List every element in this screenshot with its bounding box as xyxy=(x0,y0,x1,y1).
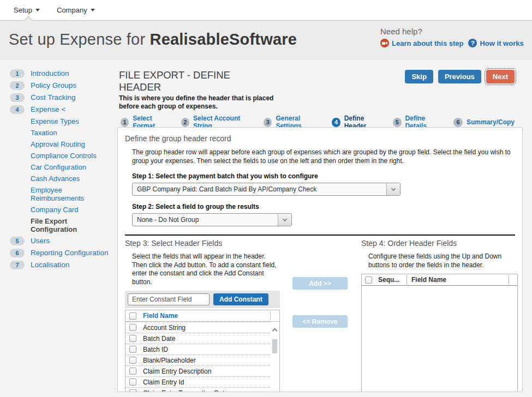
field-name: Claim Entry Description xyxy=(143,368,211,375)
sidebar-item-cost-tracking[interactable]: 3 Cost Tracking xyxy=(10,93,117,102)
row-checkbox[interactable] xyxy=(129,378,136,386)
row-checkbox[interactable] xyxy=(129,389,136,392)
group-field-select[interactable]: None - Do Not Group xyxy=(132,213,292,226)
list-item-claim-entry-transaction-date[interactable]: Claim Entry Transaction Date xyxy=(125,387,271,392)
sidebar-subitem-file-export-configuration[interactable]: File Export Configuration xyxy=(31,217,112,233)
payment-batch-selected-value: GBP Company Paid: Card Batch Paid By AP/… xyxy=(137,185,316,193)
sidebar-item-label: Introduction xyxy=(31,69,69,78)
step4-description: Configure these fields using the Up and … xyxy=(368,252,522,269)
list-item-account-string[interactable]: Account String xyxy=(125,322,271,333)
sidebar-subitem-company-card[interactable]: Company Card xyxy=(31,206,112,214)
row-checkbox[interactable] xyxy=(129,346,136,353)
sidebar-item-label: Expense < xyxy=(31,105,65,114)
row-checkbox[interactable] xyxy=(129,368,136,375)
wizard-step-summary-copy[interactable]: 6 Summary/Copy xyxy=(453,118,515,127)
sidebar-subitem-employee-reimbursements[interactable]: Employee Reimbursements xyxy=(31,186,112,202)
page-title: Set up Expense for RealisableSoftware xyxy=(9,31,297,49)
add-fields-button[interactable]: Add >> xyxy=(292,277,348,290)
step1-label: Step 1: Select the payment batch that yo… xyxy=(132,172,515,180)
constant-field-bar: Add Constant xyxy=(125,291,280,308)
need-help-text: Need help? xyxy=(380,27,524,36)
menu-setup[interactable]: Setup xyxy=(14,6,40,14)
ordered-fields-table: Sequ... Field Name xyxy=(361,274,518,392)
sidebar-subitem-car-configuration[interactable]: Car Configuration xyxy=(31,163,112,171)
field-name: Batch Date xyxy=(143,335,175,342)
wizard-nav-buttons: Skip Previous Next xyxy=(405,70,515,83)
field-name: Blank/Placeholder xyxy=(143,357,196,364)
row-checkbox[interactable] xyxy=(129,324,136,331)
select-all-checkbox[interactable] xyxy=(129,312,136,320)
scrollbar-thumb[interactable] xyxy=(272,339,277,353)
list-scrollbar[interactable] xyxy=(271,322,279,392)
transfer-buttons: Add >> << Remove xyxy=(292,239,348,392)
list-item-batch-date[interactable]: Batch Date xyxy=(125,333,271,344)
how-link-label: How it works xyxy=(480,39,523,47)
skip-button[interactable]: Skip xyxy=(405,70,433,83)
step-number-badge: 4 xyxy=(10,105,25,114)
sidebar-item-reporting-configuration[interactable]: 6 Reporting Configuration xyxy=(10,249,117,257)
field-name-column-header: Field Name xyxy=(143,312,178,320)
step-number-badge: 3 xyxy=(10,93,25,102)
constant-field-input[interactable] xyxy=(128,293,210,305)
group-field-selected-value: None - Do Not Group xyxy=(137,216,199,224)
page-title-light: Set up Expense for xyxy=(9,31,150,48)
list-item-blank-placeholder[interactable]: Blank/Placeholder xyxy=(125,354,271,365)
step-label: Summary/Copy xyxy=(467,118,515,126)
step-number-badge: 6 xyxy=(10,249,25,257)
section-subtitle: This is where you define the header that… xyxy=(119,94,288,111)
sidebar-subitem-expense-types[interactable]: Expense Types xyxy=(31,117,112,125)
sidebar-subitem-taxation[interactable]: Taxation xyxy=(31,129,112,137)
step-circle: 2 xyxy=(181,118,189,127)
step3-description: Select the fields that will appear in th… xyxy=(132,252,280,286)
sidebar-item-label: Localisation xyxy=(31,261,69,269)
select-all-checkbox[interactable] xyxy=(365,276,372,284)
sidebar-subitem-cash-advances[interactable]: Cash Advances xyxy=(31,175,112,183)
step-circle: 5 xyxy=(393,118,401,127)
sidebar-item-label: Reporting Configuration xyxy=(31,249,109,257)
previous-button[interactable]: Previous xyxy=(438,70,481,83)
how-it-works-link[interactable]: ? How it works xyxy=(468,39,523,47)
payment-batch-select[interactable]: GBP Company Paid: Card Batch Paid By AP/… xyxy=(132,183,401,196)
field-name: Account String xyxy=(143,324,186,332)
list-item-claim-entry-description[interactable]: Claim Entry Description xyxy=(125,365,271,376)
step2-label: Step 2: Select a field to group the resu… xyxy=(132,203,515,210)
sidebar-subitem-approval-routing[interactable]: Approval Routing xyxy=(31,140,112,148)
field-name: Batch ID xyxy=(143,346,168,353)
field-name-column-header: Field Name xyxy=(407,276,509,284)
step-circle: 3 xyxy=(264,118,272,127)
panel-intro-text: The group header row will appear before … xyxy=(132,148,515,165)
field-name: Claim Entry Transaction Date xyxy=(143,389,228,393)
sidebar-subitem-compliance-controls[interactable]: Compliance Controls xyxy=(31,152,112,160)
field-name: Claim Entry Id xyxy=(143,378,184,386)
step-number-badge: 2 xyxy=(10,81,25,90)
list-item-batch-id[interactable]: Batch ID xyxy=(125,344,271,354)
remove-fields-button[interactable]: << Remove xyxy=(292,315,348,328)
row-checkbox[interactable] xyxy=(129,335,136,342)
learn-link-label: Learn about this step xyxy=(392,39,463,47)
sidebar-item-expense[interactable]: 4 Expense < xyxy=(10,105,117,114)
sidebar-item-policy-groups[interactable]: 2 Policy Groups xyxy=(10,81,117,90)
sidebar-item-label: Users xyxy=(31,237,50,245)
sidebar-item-users[interactable]: 5 Users xyxy=(10,237,117,245)
step4-heading: Step 4: Order Header Fields xyxy=(361,239,518,248)
chevron-down-icon xyxy=(35,9,40,11)
list-item-claim-entry-id[interactable]: Claim Entry Id xyxy=(125,376,271,387)
define-header-panel: Define the group header record The group… xyxy=(117,127,523,392)
menu-company-label: Company xyxy=(57,6,87,14)
select-header-fields-section: Step 3: Select Header Fields Select the … xyxy=(125,239,280,392)
add-constant-button[interactable]: Add Constant xyxy=(213,293,268,305)
sidebar-item-localisation[interactable]: 7 Localisation xyxy=(10,261,117,269)
step-number-badge: 1 xyxy=(10,69,25,78)
learn-about-step-link[interactable]: Learn about this step xyxy=(380,39,463,47)
scroll-up-icon[interactable] xyxy=(272,328,278,334)
screen: Setup Company Set up Expense for Realisa… xyxy=(0,0,532,397)
top-menu-bar: Setup Company xyxy=(0,0,532,21)
order-table-header: Sequ... Field Name xyxy=(362,274,517,286)
sidebar-item-introduction[interactable]: 1 Introduction xyxy=(10,69,117,78)
video-icon xyxy=(380,39,389,47)
setup-step-sidebar: 1 Introduction 2 Policy Groups 3 Cost Tr… xyxy=(0,60,117,273)
row-checkbox[interactable] xyxy=(129,357,136,364)
next-button[interactable]: Next xyxy=(486,70,515,83)
step3-heading: Step 3: Select Header Fields xyxy=(125,239,280,248)
menu-company[interactable]: Company xyxy=(57,6,95,14)
